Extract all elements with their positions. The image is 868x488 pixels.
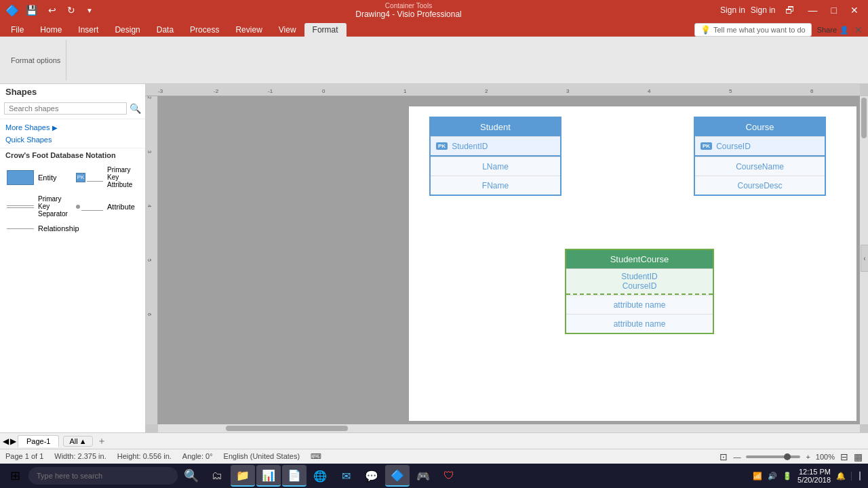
zoom-out-btn[interactable]: — [733, 453, 741, 461]
nav-prev-page[interactable]: ◀ [3, 436, 9, 446]
hscroll-thumb[interactable] [226, 426, 348, 431]
container-tools-label: Container Tools [385, 2, 432, 9]
cortana-icon[interactable]: 🔍 [179, 465, 203, 487]
quick-access-redo[interactable]: ↻ [63, 5, 79, 16]
tab-view[interactable]: View [271, 23, 304, 37]
ribbon-close[interactable]: ✕ [854, 24, 863, 35]
title-bar: 🔷 💾 ↩ ↻ ▼ Container Tools Drawing4 - Vis… [0, 0, 868, 20]
clock-date[interactable]: 12:15 PM 5/20/2018 [797, 468, 831, 484]
tab-review[interactable]: Review [227, 23, 270, 37]
gamepad-app[interactable]: 🎮 [411, 465, 435, 487]
close-button[interactable]: ✕ [846, 5, 863, 16]
course-name-row: CourseName [695, 157, 825, 176]
search-button[interactable]: 🔍 [130, 103, 141, 114]
battery-icon[interactable]: 🔋 [783, 472, 792, 481]
fit-width-icon[interactable]: ⊟ [840, 451, 848, 462]
quick-access-more[interactable]: ▼ [82, 7, 97, 14]
entity-label: Entity [38, 174, 57, 182]
tab-file[interactable]: File [3, 23, 32, 37]
width-info: Width: 2.375 in. [54, 452, 106, 461]
tab-format[interactable]: Format [304, 23, 347, 37]
student-course-table[interactable]: StudentCourse StudentID CourseID attribu… [565, 249, 714, 334]
vscroll-thumb[interactable] [861, 98, 867, 138]
ribbon-bar: Format options [0, 37, 868, 84]
pk-sep-label: Primary KeySeparator [38, 195, 69, 218]
taskbar: ⊞ 🔍 🗂 📁 📊 📄 🌐 ✉ 💬 🔷 🎮 🛡 📶 🔊 🔋 12:15 PM 5… [0, 464, 868, 488]
taskbar-right: 📶 🔊 🔋 12:15 PM 5/20/2018 🔔 ▕ [753, 468, 865, 484]
pk-badge: PK [436, 142, 448, 150]
ruler-left: 2 3 4 5 6 [146, 96, 158, 424]
visio-app[interactable]: 🔷 [385, 465, 410, 487]
pk-attr-label: Primary KeyAttribute [107, 166, 138, 188]
minimize-button[interactable]: — [804, 5, 822, 16]
file-explorer-app[interactable]: 📁 [231, 465, 255, 487]
course-table[interactable]: Course PK CourseID CourseName CourseDesc [694, 117, 826, 196]
tab-home[interactable]: Home [32, 23, 70, 37]
nav-next-page[interactable]: ▶ [10, 436, 16, 446]
sign-in-button[interactable]: Sign in [720, 5, 745, 15]
search-input[interactable] [4, 102, 127, 115]
network-icon[interactable]: 📶 [753, 472, 762, 481]
browser-app[interactable]: 🌐 [308, 465, 332, 487]
tab-design[interactable]: Design [106, 23, 148, 37]
show-desktop-button[interactable]: ▕ [851, 472, 860, 481]
student-lname-row: LName [431, 157, 560, 176]
status-bar: Page 1 of 1 Width: 2.375 in. Height: 0.5… [0, 449, 868, 464]
shape-item-pk-sep[interactable]: Primary KeySeparator [5, 194, 71, 219]
quick-access-save[interactable]: 💾 [22, 5, 41, 16]
ribbon-tabs: File Home Insert Design Data Process Rev… [0, 20, 868, 37]
shape-item-pk-attr[interactable]: PK Primary KeyAttribute [75, 165, 140, 190]
angle-info: Angle: 0° [182, 452, 213, 461]
restore-button[interactable]: 🗗 [781, 5, 799, 16]
tell-me-input[interactable]: 💡 Tell me what you want to do [694, 23, 812, 37]
share-icon[interactable]: 👤 [840, 26, 849, 35]
share-button[interactable]: Share [817, 26, 837, 34]
volume-icon[interactable]: 🔊 [768, 472, 777, 481]
zoom-in-btn[interactable]: + [806, 453, 810, 461]
title-bar-right: Sign in Sign in 🗗 — □ ✕ [720, 5, 863, 16]
status-left: Page 1 of 1 Width: 2.375 in. Height: 0.5… [5, 452, 321, 461]
mail-app[interactable]: ✉ [334, 465, 358, 487]
ruler-top: -3 -2 -1 0 1 2 3 4 5 6 7 [146, 84, 860, 96]
quick-shapes-link[interactable]: Quick Shapes [5, 134, 140, 145]
tab-data[interactable]: Data [149, 23, 182, 37]
antivirus-app[interactable]: 🛡 [437, 465, 461, 487]
word-app[interactable]: 📄 [282, 465, 307, 487]
canvas-area[interactable]: Student PK StudentID LName FName [158, 96, 860, 424]
tab-process[interactable]: Process [182, 23, 227, 37]
sign-in-label[interactable]: Sign in [751, 5, 776, 15]
relationship-label: Relationship [38, 224, 79, 232]
course-table-header: Course [695, 118, 825, 136]
student-table[interactable]: Student PK StudentID LName FName [429, 117, 561, 196]
excel-app[interactable]: 📊 [256, 465, 281, 487]
shape-item-relationship[interactable]: Relationship [5, 223, 140, 234]
page-tab-1[interactable]: Page-1 [18, 435, 59, 447]
accessibility-icon[interactable]: ⌨ [311, 452, 321, 461]
relationship-preview [7, 228, 34, 229]
student-fname-row: FName [431, 176, 560, 195]
language-info: English (United States) [224, 452, 300, 461]
more-shapes-link[interactable]: More Shapes ▶ [5, 122, 140, 133]
teams-app[interactable]: 💬 [359, 465, 384, 487]
notifications-icon[interactable]: 🔔 [836, 472, 846, 481]
all-pages-button[interactable]: All ▲ [63, 436, 92, 447]
shape-item-attribute[interactable]: Attribute [75, 194, 140, 219]
more-shapes-section: More Shapes ▶ Quick Shapes [0, 119, 145, 148]
sidebar-collapse-button[interactable]: ‹ [861, 245, 868, 272]
canvas-wrapper: -3 -2 -1 0 1 2 3 4 5 6 7 2 3 4 5 6 [146, 84, 868, 432]
quick-access-undo[interactable]: ↩ [44, 5, 60, 16]
fit-page-icon[interactable]: ⊡ [719, 451, 728, 462]
pk-sep-preview [7, 205, 34, 208]
start-button[interactable]: ⊞ [3, 465, 27, 487]
add-page-button[interactable]: ＋ [94, 435, 109, 447]
horizontal-scrollbar[interactable] [158, 424, 860, 432]
task-view-icon[interactable]: 🗂 [205, 465, 229, 487]
canvas-page[interactable]: Student PK StudentID LName FName [409, 106, 856, 421]
taskbar-search-input[interactable] [28, 467, 178, 485]
maximize-button[interactable]: □ [827, 5, 841, 16]
page-count: Page 1 of 1 [5, 452, 43, 461]
shape-item-entity[interactable]: Entity [5, 165, 71, 190]
normal-view-icon[interactable]: ▦ [854, 451, 863, 462]
zoom-slider[interactable] [746, 455, 800, 458]
tab-insert[interactable]: Insert [70, 23, 106, 37]
